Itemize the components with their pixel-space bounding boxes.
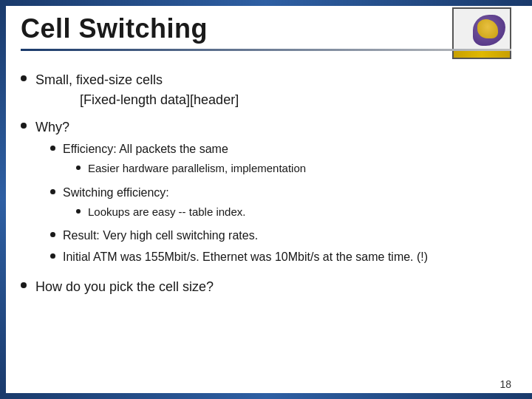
slide: Cell Switching Small, fixed-size cells [… <box>0 0 532 399</box>
bullet-3-text: How do you pick the cell size? <box>35 277 214 297</box>
sub-sub-bullets-efficiency: Easier hardware parallelism, implementat… <box>76 160 511 177</box>
page-number: 18 <box>499 378 511 390</box>
sub-bullet-atm-text: Initial ATM was 155Mbit/s. Ethernet was … <box>63 248 428 266</box>
sub-bullet-result-dot <box>50 232 55 237</box>
bullet-2-content: Why? Efficiency: All packets the same Ea… <box>35 117 511 270</box>
bullet-1: Small, fixed-size cells [Fixed-length da… <box>21 70 511 110</box>
bullet-2: Why? Efficiency: All packets the same Ea… <box>21 117 511 270</box>
sub-sub-bullet-hardware: Easier hardware parallelism, implementat… <box>76 160 511 177</box>
bullet-3-dot <box>21 282 27 288</box>
sub-bullet-result-text: Result: Very high cell switching rates. <box>63 227 258 245</box>
header: Cell Switching <box>21 13 511 51</box>
sub-bullet-switching-dot <box>50 189 55 194</box>
sub-bullet-efficiency: Efficiency: All packets the same Easier … <box>50 140 511 180</box>
sub-bullet-efficiency-dot <box>50 146 55 151</box>
bullet-3: How do you pick the cell size? <box>21 277 511 297</box>
sub-bullet-switching-text: Switching efficiency: <box>63 184 511 202</box>
sub-sub-bullet-lookups: Lookups are easy -- table index. <box>76 204 511 221</box>
bullet-2-dot <box>21 123 27 129</box>
bullet-1-indent-text: [Fixed-length data][header] <box>80 90 239 110</box>
sub-bullet-switching-content: Switching efficiency: Lookups are easy -… <box>63 184 511 224</box>
sub-bullet-atm: Initial ATM was 155Mbit/s. Ethernet was … <box>50 248 511 266</box>
sub-sub-bullet-hardware-text: Easier hardware parallelism, implementat… <box>88 160 306 177</box>
sub-sub-bullet-hardware-dot <box>76 166 81 170</box>
content-area: Small, fixed-size cells [Fixed-length da… <box>21 70 511 377</box>
left-bar <box>0 0 6 399</box>
bullet-2-text: Why? <box>35 117 511 137</box>
bullet-1-main-text: Small, fixed-size cells <box>35 72 163 87</box>
bullet-1-dot <box>21 75 27 81</box>
sub-sub-bullet-lookups-dot <box>76 209 81 214</box>
sub-bullet-efficiency-content: Efficiency: All packets the same Easier … <box>63 140 511 180</box>
bottom-bar <box>0 393 532 399</box>
sub-bullet-result: Result: Very high cell switching rates. <box>50 227 511 245</box>
sub-bullet-efficiency-text: Efficiency: All packets the same <box>63 140 511 158</box>
bullet-1-text: Small, fixed-size cells [Fixed-length da… <box>35 70 239 110</box>
sub-bullet-switching: Switching efficiency: Lookups are easy -… <box>50 184 511 224</box>
sub-sub-bullet-lookups-text: Lookups are easy -- table index. <box>88 204 245 221</box>
sub-bullets-efficiency: Efficiency: All packets the same Easier … <box>50 140 511 266</box>
title-underline <box>21 49 511 51</box>
sub-bullet-atm-dot <box>50 253 55 259</box>
top-bar <box>0 0 532 6</box>
sub-sub-bullets-switching: Lookups are easy -- table index. <box>76 204 511 221</box>
page-title: Cell Switching <box>21 13 511 44</box>
